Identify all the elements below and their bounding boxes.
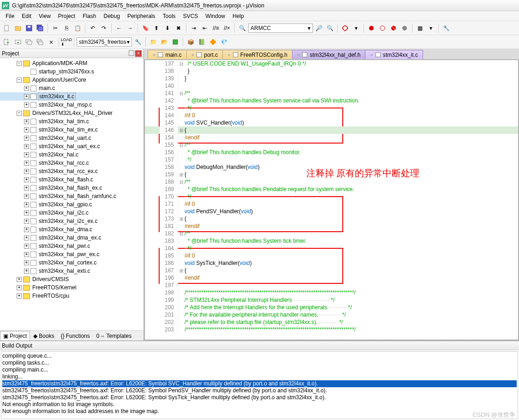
save-button[interactable] bbox=[24, 23, 34, 33]
compiler-select[interactable]: ARMCC▾ bbox=[248, 24, 313, 33]
copy-button[interactable]: ⎘ bbox=[61, 23, 72, 33]
code-line[interactable]: 157··*/ bbox=[145, 156, 518, 163]
tree-node[interactable]: −Application/MDK-ARM bbox=[0, 59, 143, 67]
breakpoint-kill-button[interactable] bbox=[388, 23, 399, 33]
build-line[interactable]: compiling main.c... bbox=[2, 366, 517, 373]
build-line[interactable]: stm32l475_freertos\stm32l475_freertos.ax… bbox=[2, 387, 517, 394]
help-button[interactable]: 💎 bbox=[219, 37, 229, 47]
code-line[interactable]: 198/************************************… bbox=[145, 289, 518, 296]
menu-view[interactable]: View bbox=[35, 12, 54, 20]
code-line[interactable]: 201/*·For·the·available·peripheral·inter… bbox=[145, 311, 518, 318]
menu-window[interactable]: Window bbox=[202, 12, 229, 20]
code-line[interactable]: 200/*·Add·here·the·Interrupt·Handlers·fo… bbox=[145, 304, 518, 311]
expand-icon[interactable]: − bbox=[17, 61, 22, 66]
close-tab-icon[interactable]: × bbox=[227, 52, 230, 58]
tree-node[interactable]: +stm32l4xx_hal_flash_ex.c bbox=[0, 184, 143, 192]
tree-node[interactable]: +FreeRTOS/cpu bbox=[0, 292, 143, 300]
expand-icon[interactable]: + bbox=[24, 144, 29, 149]
code-line[interactable]: 144#if·0 bbox=[145, 112, 518, 119]
nav-back-button[interactable]: ← bbox=[114, 23, 124, 33]
code-line[interactable]: 186void·SysTick_Handler(void) bbox=[145, 259, 518, 267]
pack-installer-button[interactable]: 📦 bbox=[185, 37, 196, 47]
code-line[interactable]: 154#endif bbox=[145, 134, 518, 141]
code-line[interactable]: 140 bbox=[145, 82, 518, 90]
breakpoint-enable-button[interactable] bbox=[400, 23, 410, 33]
expand-icon[interactable]: + bbox=[24, 127, 29, 132]
expand-icon[interactable]: + bbox=[24, 102, 29, 108]
menu-svcs[interactable]: SVCS bbox=[179, 12, 202, 20]
menu-edit[interactable]: Edit bbox=[18, 12, 35, 20]
expand-icon[interactable]: + bbox=[24, 202, 29, 207]
code-line[interactable]: 171#if·0 bbox=[145, 200, 518, 208]
rebuild-button[interactable] bbox=[24, 37, 34, 47]
config-wizard-button[interactable]: 🔶 bbox=[208, 37, 218, 47]
code-line[interactable]: 182⊟/** bbox=[145, 230, 518, 237]
code-view[interactable]: 注释掉 原有的异常中断处理 137⊟··/*·USER·CODE·END·W1_… bbox=[144, 60, 519, 340]
books-button[interactable]: 📗 bbox=[197, 37, 207, 47]
expand-icon[interactable]: + bbox=[24, 252, 29, 257]
expand-icon[interactable]: + bbox=[24, 269, 29, 274]
tree-node[interactable]: +stm32l4xx_hal_exti.c bbox=[0, 267, 143, 275]
cut-button[interactable]: ✂ bbox=[50, 23, 60, 33]
expand-icon[interactable]: + bbox=[24, 119, 29, 124]
debug-start-button[interactable] bbox=[340, 23, 350, 33]
tree-node[interactable]: +Drivers/CMSIS bbox=[0, 275, 143, 283]
redo-button[interactable]: ↷ bbox=[99, 23, 109, 33]
menu-help[interactable]: Help bbox=[229, 12, 248, 20]
code-line[interactable]: 138··} bbox=[145, 67, 518, 75]
expand-icon[interactable]: + bbox=[17, 285, 22, 290]
bookmark-prev-button[interactable]: ⬆ bbox=[151, 23, 161, 33]
manage-multi-button[interactable]: 📂 bbox=[159, 37, 169, 47]
fold-icon[interactable]: ⊞ bbox=[178, 128, 185, 133]
tab-books[interactable]: ◆ Books bbox=[30, 331, 57, 341]
tree-node[interactable]: +stm32l4xx_hal_uart.c bbox=[0, 134, 143, 142]
download-button[interactable]: LOAD⬇ bbox=[61, 37, 72, 47]
tree-node[interactable]: +stm32l4xx_hal_tim_ex.c bbox=[0, 126, 143, 134]
tree-node[interactable]: +stm32l4xx_hal_cortex.c bbox=[0, 258, 143, 267]
expand-icon[interactable]: + bbox=[24, 186, 29, 191]
expand-icon[interactable]: + bbox=[24, 177, 29, 182]
bookmark-next-button[interactable]: ⬇ bbox=[162, 23, 173, 33]
tab-project[interactable]: ▣ Project bbox=[0, 331, 30, 341]
tree-node[interactable]: +stm32l4xx_it.c bbox=[0, 92, 143, 101]
build-output-text[interactable]: compiling queue.c...compiling tasks.c...… bbox=[1, 351, 518, 419]
build-line[interactable]: compiling queue.c... bbox=[2, 353, 517, 360]
tree-node[interactable]: +main.c bbox=[0, 84, 143, 92]
menu-tools[interactable]: Tools bbox=[159, 12, 179, 20]
uncomment-button[interactable]: //× bbox=[222, 23, 232, 33]
menu-project[interactable]: Project bbox=[54, 12, 79, 20]
tree-node[interactable]: +stm32l4xx_hal_dma.c bbox=[0, 225, 143, 234]
expand-icon[interactable]: + bbox=[24, 210, 29, 216]
tree-node[interactable]: −Drivers/STM32L4xx_HAL_Driver bbox=[0, 109, 143, 117]
code-line[interactable]: 172void·PendSV_Handler(void) bbox=[145, 208, 518, 215]
tree-node[interactable]: +stm32l4xx_hal_flash.c bbox=[0, 175, 143, 184]
comment-button[interactable]: //≡ bbox=[211, 23, 221, 33]
translate-button[interactable] bbox=[2, 37, 12, 47]
close-tab-icon[interactable]: × bbox=[370, 52, 373, 58]
code-line[interactable]: 169··*·@brief·This·function·handles·Pend… bbox=[145, 186, 518, 193]
breakpoint-button[interactable] bbox=[366, 23, 376, 33]
incremental-find-button[interactable]: 🔍 bbox=[325, 23, 335, 33]
menu-file[interactable]: File bbox=[2, 12, 18, 20]
menu-debug[interactable]: Debug bbox=[100, 12, 124, 20]
find-button[interactable]: 🔍 bbox=[237, 23, 247, 33]
expand-icon[interactable]: + bbox=[17, 277, 22, 282]
open-button[interactable] bbox=[13, 23, 23, 33]
code-line[interactable]: 139} bbox=[145, 75, 518, 82]
build-line[interactable]: Not enough information to list load addr… bbox=[2, 408, 517, 415]
expand-icon[interactable]: + bbox=[24, 169, 29, 174]
close-tab-icon[interactable]: × bbox=[153, 52, 155, 58]
code-line[interactable]: 159⊞{ bbox=[145, 171, 518, 178]
expand-icon[interactable]: + bbox=[24, 136, 29, 141]
code-line[interactable]: 183··*·@brief·This·function·handles·Syst… bbox=[145, 237, 518, 245]
fold-icon[interactable]: ⊟ bbox=[178, 143, 185, 148]
expand-icon[interactable]: + bbox=[24, 260, 29, 265]
tree-node[interactable]: +stm32l4xx_hal_rcc_ex.c bbox=[0, 167, 143, 175]
code-line[interactable]: 184··*/ bbox=[145, 245, 518, 252]
tree-node[interactable]: +stm32l4xx_hal_dma_ex.c bbox=[0, 234, 143, 242]
expand-icon[interactable]: + bbox=[24, 152, 29, 157]
menu-flash[interactable]: Flash bbox=[79, 12, 100, 20]
expand-icon[interactable]: + bbox=[17, 294, 22, 299]
manage-project-button[interactable]: 📁 bbox=[148, 37, 158, 47]
code-line[interactable]: 173⊞{ bbox=[145, 215, 518, 222]
